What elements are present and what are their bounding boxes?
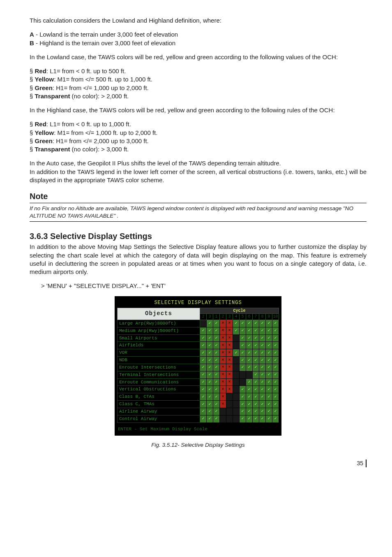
grid-cell: ✓ — [207, 408, 213, 415]
grid-cell: ✓ — [240, 357, 246, 364]
grid-cell: ✓ — [200, 415, 207, 422]
scale-col-10: 10 — [272, 314, 279, 320]
grid-cell: ✓ — [272, 393, 279, 401]
grid-cell: ✓ — [253, 357, 259, 364]
grid-cell: ✓ — [240, 342, 246, 349]
grid-cell: ✓ — [266, 327, 272, 334]
grid-cell: ✓ — [240, 386, 246, 393]
grid-cell — [233, 371, 240, 378]
grid-cell — [233, 357, 240, 364]
grid-cell: ✓ — [213, 378, 220, 386]
grid-cell: ✓ — [240, 349, 246, 357]
grid-cell: ✓ — [253, 378, 259, 386]
grid-cell: ✓ — [246, 357, 253, 364]
screenshot-footer: ENTER - Set Maximum Display Scale — [117, 423, 279, 433]
grid-cell: ✓ — [259, 386, 266, 393]
grid-cell: × — [226, 327, 233, 334]
grid-cell: ✓ — [246, 393, 253, 401]
figure-wrap: SELECTIVE DISPLAY SETTINGS Objects Cycle… — [30, 296, 367, 449]
grid-cell: ✓ — [259, 378, 266, 386]
grid-cell: ✓ — [213, 320, 220, 327]
grid-cell: ✓ — [240, 393, 246, 401]
highland-transparent: § Transparent (no color): > 3,000 ft. — [30, 145, 367, 153]
note-rule-bottom — [30, 221, 367, 222]
grid-cell: ✓ — [272, 357, 279, 364]
grid-cell: ✓ — [253, 334, 259, 342]
grid-cell: × — [226, 378, 233, 386]
grid-cell: ✓ — [240, 408, 246, 415]
grid-cell — [226, 393, 233, 401]
grid-cell: ✓ — [200, 349, 207, 357]
highland-red: § Red: L1= from < 0 ft. up to 1,000 ft. — [30, 120, 367, 128]
grid-cell: × — [220, 371, 226, 378]
grid-cell: ✓ — [200, 371, 207, 378]
grid-cell: ✓ — [213, 401, 220, 408]
grid-cell: ✓ — [207, 378, 213, 386]
highland-yellow: § Yellow: M1= from </= 1,000 ft. up to 2… — [30, 129, 367, 137]
grid-cell: ✓ — [200, 393, 207, 401]
grid-cell: ✓ — [272, 415, 279, 422]
grid-cell: ✓ — [259, 415, 266, 422]
grid-cell: ✓ — [200, 408, 207, 415]
grid-cell: ✓ — [272, 371, 279, 378]
grid-cell: × — [226, 386, 233, 393]
grid-cell — [233, 393, 240, 401]
scale-col-5: 5 — [240, 314, 246, 320]
figure-caption: Fig. 3.5.12- Selective Display Settings — [30, 441, 367, 449]
scale-col-2: 2 — [200, 314, 207, 320]
grid-cell: ✓ — [253, 364, 259, 371]
grid-cell: × — [220, 342, 226, 349]
grid-cell: ✓ — [246, 408, 253, 415]
grid-cell: ✓ — [259, 342, 266, 349]
scale-col-9: 9 — [266, 314, 272, 320]
grid-cell — [233, 378, 240, 386]
grid-cell: ✓ — [246, 327, 253, 334]
grid-cell: ✓ — [272, 320, 279, 327]
grid-cell: ✓ — [207, 386, 213, 393]
highland-green: § Green: H1= from </= 2,000 up to 3,000 … — [30, 137, 367, 145]
grid-cell: ✓ — [200, 342, 207, 349]
grid-cell: ✓ — [246, 342, 253, 349]
grid-cell: ✓ — [207, 401, 213, 408]
grid-cell: ✓ — [207, 415, 213, 422]
grid-cell: × — [226, 357, 233, 364]
grid-cell — [240, 378, 246, 386]
grid-cell: × — [220, 334, 226, 342]
grid-cell: ✓ — [213, 408, 220, 415]
grid-cell: ✓ — [253, 386, 259, 393]
grid-cell: × — [220, 349, 226, 357]
intro-para: This calculation considers the Lowland a… — [30, 16, 367, 25]
lowland-intro: In the Lowland case, the TAWS colors wil… — [30, 53, 367, 61]
grid-cell — [233, 408, 240, 415]
grid-cell: × — [226, 334, 233, 342]
grid-cell: ✓ — [272, 349, 279, 357]
grid-cell — [226, 401, 233, 408]
scale-col-3: 3 — [226, 314, 233, 320]
row-label: Medium Arp(Rwy)5000ft) — [118, 327, 200, 334]
grid-cell — [200, 320, 207, 327]
grid-cell — [233, 334, 240, 342]
grid-cell: ✓ — [259, 349, 266, 357]
row-label: Control Airway — [118, 415, 200, 422]
obstructions-para: In addition to the TAWS legend in the lo… — [30, 168, 367, 185]
grid-cell: × — [226, 349, 233, 357]
def-a: A - Lowland is the terrain under 3,000 f… — [30, 30, 367, 39]
grid-cell: ✓ — [233, 327, 240, 334]
row-label: Airfields — [118, 342, 200, 349]
grid-cell: × — [226, 364, 233, 371]
settings-table: Objects Cycle 2312345678910 Large Arp(Rw… — [117, 308, 279, 423]
grid-cell: ✓ — [233, 320, 240, 327]
grid-cell: ✓ — [200, 401, 207, 408]
scale-col-4: 4 — [233, 314, 240, 320]
lowland-list: § Red: L1= from < 0 ft. up to 500 ft. § … — [30, 67, 367, 100]
lowland-transparent: § Transparent (no color): > 2,000 ft. — [30, 92, 367, 100]
grid-cell: ✓ — [213, 364, 220, 371]
grid-cell: ✓ — [240, 327, 246, 334]
grid-cell: ✓ — [272, 364, 279, 371]
grid-cell: ✓ — [259, 371, 266, 378]
lowland-red: § Red: L1= from < 0 ft. up to 500 ft. — [30, 67, 367, 75]
grid-cell: ✓ — [246, 334, 253, 342]
highland-list: § Red: L1= from < 0 ft. up to 1,000 ft. … — [30, 120, 367, 153]
row-label: Vertical Obstructions — [118, 386, 200, 393]
grid-cell: ✓ — [266, 349, 272, 357]
